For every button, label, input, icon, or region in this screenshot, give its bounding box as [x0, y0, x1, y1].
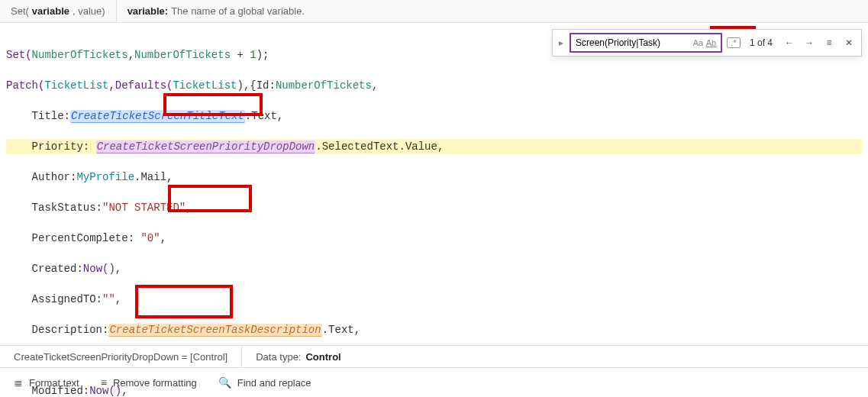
num: 1	[250, 49, 256, 61]
match-case-toggle[interactable]: Aa	[692, 38, 705, 47]
fn: Set(	[6, 49, 32, 61]
code-line: Description:CreateTicketScreenTaskDescri…	[6, 322, 862, 337]
find-replace-panel: ▸ Aa Ab .* 1 of 4 ← → ≡ ✕	[552, 29, 862, 56]
ds: MyProfile	[76, 171, 134, 183]
prop: AssignedTO:	[6, 293, 102, 305]
status-datatype: Data type: Control	[242, 346, 354, 367]
string: "0"	[140, 232, 160, 244]
ds: TicketList	[173, 79, 237, 92]
punct: .SelectedText.Value,	[315, 140, 444, 153]
hint-label: variable:	[127, 5, 168, 17]
string: ""	[102, 293, 115, 305]
punct: ,	[160, 232, 166, 244]
hint-text: The name of a global variable.	[171, 5, 305, 17]
punct: ,	[186, 202, 192, 214]
code-line: TaskStatus:"NOT STARTED",	[6, 200, 862, 215]
code-line: Patch(TicketList,Defaults(TicketList),{I…	[6, 78, 862, 93]
format-icon: ≣	[14, 376, 23, 389]
remove-formatting-button[interactable]: ≡ Remove formatting	[101, 376, 197, 389]
prop: Title:	[6, 110, 70, 122]
punct: );	[257, 49, 269, 61]
ds: TicketList	[44, 79, 108, 92]
punct: ,	[115, 263, 121, 275]
find-in-selection-button[interactable]: ≡	[821, 35, 837, 50]
fn: Defaults(	[115, 79, 173, 92]
op: +	[231, 49, 250, 61]
find-prev-button[interactable]: ←	[782, 35, 797, 50]
status-text: CreateTicketScreenPriorityDropDown = [Co…	[14, 351, 227, 363]
prop: Description:	[6, 324, 108, 336]
sig-pre: Set(	[11, 5, 29, 17]
punct: ),{Id:	[237, 79, 275, 92]
prop: Author:	[6, 171, 76, 183]
fn: Patch(	[6, 79, 44, 92]
find-input[interactable]	[574, 37, 692, 49]
prop: TaskStatus:	[6, 202, 102, 214]
code-line: Author:MyProfile.Mail,	[6, 169, 862, 185]
find-count: 1 of 4	[745, 37, 777, 48]
control-ref: CreateTicketScreenTaskDescription	[108, 324, 321, 337]
code-line: AssignedTO:"",	[6, 292, 862, 307]
code-line: Created:Now(),	[6, 261, 862, 276]
status-bar: CreateTicketScreenPriorityDropDown = [Co…	[0, 345, 868, 368]
punct: ,	[115, 293, 121, 305]
find-replace-button[interactable]: 🔍 Find and replace	[218, 376, 311, 389]
status-value: Control	[305, 351, 340, 363]
find-next-button[interactable]: →	[802, 35, 817, 50]
prop: Created:	[6, 263, 83, 275]
code-line: Title:CreateTicketScreenTitleText.Text,	[6, 108, 862, 124]
prop: PercentComplete:	[6, 232, 140, 244]
signature-bar: Set(variable, value) variable: The name …	[0, 0, 868, 23]
whole-word-toggle[interactable]: Ab	[705, 38, 718, 47]
var: NumberOfTickets	[276, 79, 372, 92]
find-expand-icon[interactable]: ▸	[557, 37, 565, 48]
var: NumberOfTickets	[32, 49, 128, 61]
punct: .Text,	[322, 324, 360, 336]
regex-toggle[interactable]: .*	[727, 37, 741, 48]
status-control: CreateTicketScreenPriorityDropDown = [Co…	[0, 346, 242, 367]
label: Remove formatting	[113, 377, 197, 389]
status-label: Data type:	[256, 351, 301, 363]
signature-hint: variable: The name of a global variable.	[117, 0, 315, 22]
punct: .Mail,	[134, 171, 173, 183]
control-ref: CreateTicketScreenTitleText	[70, 110, 245, 123]
format-text-button[interactable]: ≣ Format text	[14, 376, 79, 389]
punct: ,	[372, 79, 378, 92]
label: Format text	[29, 377, 79, 389]
punct: ,	[108, 79, 115, 92]
sig-mid: , value)	[73, 5, 105, 17]
formula-editor[interactable]: Set(NumberOfTickets,NumberOfTickets + 1)…	[0, 23, 868, 397]
string: "NOT STARTED"	[102, 202, 186, 214]
punct: ,	[128, 49, 134, 61]
search-icon: 🔍	[218, 376, 231, 389]
prop: Priority:	[6, 140, 96, 153]
find-input-wrap: Aa Ab	[570, 33, 722, 53]
control-ref: CreateTicketScreenPriorityDropDown	[96, 140, 316, 153]
punct: .Text,	[245, 110, 283, 122]
bottom-toolbar: ≣ Format text ≡ Remove formatting 🔍 Find…	[0, 368, 868, 397]
code-line: PercentComplete: "0",	[6, 231, 862, 246]
remove-format-icon: ≡	[101, 376, 107, 389]
find-close-button[interactable]: ✕	[841, 35, 857, 50]
sig-arg: variable	[32, 5, 69, 17]
signature-segment: Set(variable, value)	[0, 0, 117, 22]
label: Find and replace	[237, 377, 311, 389]
var: NumberOfTickets	[134, 49, 231, 61]
code-line-highlight: Priority: CreateTicketScreenPriorityDrop…	[6, 139, 862, 154]
fn: Now()	[83, 263, 115, 275]
